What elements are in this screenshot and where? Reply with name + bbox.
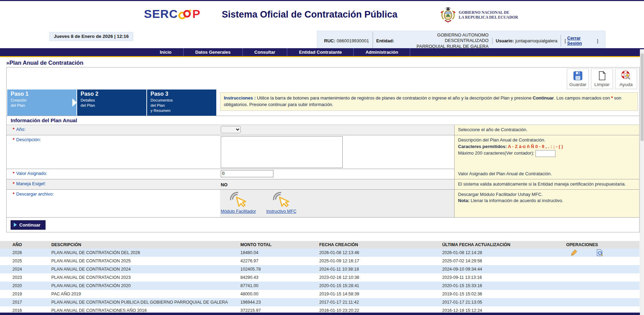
- table-row: 2023 PLAN ANUAL DE CONTRATACION 2023 842…: [0, 273, 640, 282]
- table-row: 2026 PLAN ANUAL DE CONTRATACIÓN DEL 2026…: [0, 249, 640, 257]
- government-brand: GOBIERNO NACIONAL DE LA REPUBLICA DEL EC…: [440, 6, 518, 24]
- form-section-title: Información del Plan Anual: [7, 116, 639, 125]
- cell-year: 2026: [12, 250, 51, 255]
- sercop-logo-rings-icon: [178, 10, 192, 20]
- col-header-anio: AÑO: [12, 242, 51, 247]
- sercop-logo-text-2: P: [192, 7, 200, 21]
- cell-created: 2026-01-08 12:13:46: [319, 250, 442, 255]
- col-header-operaciones: OPERACIONES: [566, 242, 640, 247]
- table-row: 2020 PLAN ANUAL DE CONTRATACIÓN 2020 877…: [0, 282, 640, 290]
- toolbar: Guardar Limpiar Ayuda: [567, 69, 637, 89]
- descripcion-textarea[interactable]: [221, 136, 343, 168]
- system-title: Sistema Oficial de Contratación Pública: [222, 9, 397, 20]
- col-header-monto: MONTO TOTAL: [240, 242, 319, 247]
- sercop-logo: SERC P: [144, 7, 200, 21]
- cell-updated: 2025-07-02 14:29:56: [442, 259, 566, 263]
- nav-item[interactable]: Administración: [354, 48, 410, 56]
- cell-year: 2020: [12, 283, 51, 288]
- main-nav: Inicio Datos Generales Consultar Entidad…: [0, 48, 644, 57]
- cell-updated: 2016-12-18 15:12:24: [442, 308, 566, 313]
- clear-button[interactable]: Limpiar: [591, 69, 613, 89]
- esigef-help: El sistema valida automáticamente si la …: [454, 179, 639, 189]
- cell-year: 2016: [12, 308, 51, 313]
- table-row: 2019 PAC AÑO 2019 48000.00 2019-01-15 14…: [0, 290, 640, 298]
- plans-table-header: AÑO DESCRIPCIÓN MONTO TOTAL FECHA CREACI…: [0, 241, 640, 249]
- cell-created: 2019-01-15 14:58:39: [319, 292, 442, 296]
- anio-label: Año:: [16, 127, 25, 132]
- page-scrollbar: [640, 49, 644, 315]
- cell-updated: 2026-01-08 12:14:28: [442, 250, 566, 255]
- esigef-label: Maneja Esigef:: [16, 181, 46, 186]
- sercop-logo-text-1: SERC: [144, 7, 178, 21]
- cell-updated: 2024-09-10 09:34:44: [442, 267, 566, 272]
- col-header-ultima-actualizacion: ÚLTIMA FECHA ACTUALIZACIÓN: [442, 242, 566, 247]
- cell-description: PLAN ANUAL DE CONTRATACIONES AÑO 2016: [51, 308, 240, 313]
- cell-created: 2017-01-17 21:11:42: [319, 300, 442, 305]
- main-nav-list: Inicio Datos Generales Consultar Entidad…: [0, 48, 644, 56]
- page-title: »Plan Anual de Contratación: [6, 60, 83, 66]
- step-1-tab[interactable]: Paso 1 Creación del Plan: [7, 90, 76, 116]
- continue-button[interactable]: Continuar: [11, 220, 45, 230]
- table-row: 2017 PLAN ANUAL DE CONTRATACION PUBLICA …: [0, 298, 640, 306]
- descargar-label: Descargar archivo:: [16, 191, 54, 197]
- cell-amount: 196944.23: [240, 300, 319, 305]
- datetime-display: Jueves 8 de Enero de 2026 | 12:16: [49, 32, 133, 41]
- cell-description: PLAN ANUAL DE CONTRATACION 2023: [51, 275, 240, 280]
- descargar-help: Descargar Módulo Facilitador Ushay MFC. …: [454, 190, 639, 217]
- cell-amount: 18480.04: [240, 250, 319, 255]
- cell-updated: 2020-01-15 15:33:16: [442, 283, 566, 288]
- cell-created: 2016-01-10 23:20:22: [319, 308, 442, 313]
- cell-updated: 2019-01-15 15:02:36: [442, 292, 566, 296]
- cell-updated: 2023-09-11 13:13:16: [442, 275, 566, 280]
- ecuador-coat-of-arms-icon: [440, 6, 456, 24]
- descripcion-label: Descripción:: [16, 137, 41, 142]
- step-3-tab[interactable]: Paso 3 Documentos del Plan y Resumen: [147, 90, 216, 116]
- scrollbar-thumb[interactable]: [641, 53, 644, 141]
- view-document-icon[interactable]: [596, 249, 603, 256]
- edit-pencil-icon[interactable]: [570, 249, 578, 256]
- nav-item[interactable]: Datos Generales: [184, 48, 243, 56]
- click-download-icon: [272, 191, 291, 209]
- government-text: GOBIERNO NACIONAL DE LA REPUBLICA DEL EC…: [459, 10, 518, 20]
- step-2-tab[interactable]: Paso 2 Detalles del Plan: [77, 90, 146, 116]
- descripcion-help: Descripción del Plan Anual de Contrataci…: [454, 135, 639, 170]
- nav-item[interactable]: Entidad Contratante: [287, 48, 354, 56]
- table-row: 2025 PLAN ANUAL DE CONTRATACION 2025 422…: [0, 257, 640, 265]
- cell-description: PLAN ANUAL DE CONTRATACION PUBLICA DEL G…: [51, 300, 240, 305]
- floppy-disk-icon: [573, 71, 583, 81]
- plan-form: Información del Plan Anual *Año: Selecci…: [7, 116, 639, 233]
- cell-year: 2023: [12, 275, 51, 280]
- form-row-descargar: *Descargar archivo: Módulo Faci: [7, 190, 639, 218]
- col-header-descripcion: DESCRIPCIÓN: [51, 242, 240, 247]
- instructivo-mfc-download[interactable]: Instructivo MFC: [266, 191, 297, 216]
- step-arrow-icon: [72, 98, 77, 107]
- save-button[interactable]: Guardar: [567, 69, 589, 89]
- wizard-steps: Paso 1 Creación del Plan Paso 2 Detalles…: [7, 90, 216, 116]
- valor-input[interactable]: [221, 170, 273, 177]
- cell-amount: 42276.97: [240, 259, 319, 263]
- cell-year: 2025: [12, 259, 51, 263]
- anio-select[interactable]: [221, 126, 241, 133]
- logout-link[interactable]: Cerrar Sesión: [567, 35, 595, 46]
- cell-year: 2024: [12, 267, 51, 272]
- modulo-facilitador-download[interactable]: Módulo Facilitador: [221, 191, 256, 216]
- cell-created: 2025-01-09 12:16:17: [319, 259, 442, 263]
- continue-row: Continuar: [7, 218, 639, 233]
- session-bar: RUC:0860019930001 Entidad: GOBIERNO AUTO…: [317, 31, 605, 51]
- cell-description: PLAN ANUAL DE CONTRATACIÓN DEL 2026: [51, 250, 240, 255]
- nav-item[interactable]: Consultar: [243, 48, 288, 56]
- help-button[interactable]: Ayuda: [615, 69, 637, 89]
- cell-description: PLAN ANUAL DE CONTRATACION 2024: [51, 267, 240, 272]
- cell-description: PLAN ANUAL DE CONTRATACIÓN 2020: [51, 283, 240, 288]
- cell-created: 2023-02-16 12:10:38: [319, 275, 442, 280]
- form-row-valor: *Valor Asignado: Valor Asignado del Plan…: [7, 169, 639, 179]
- nav-item[interactable]: Inicio: [148, 48, 184, 56]
- cell-operations: [566, 249, 640, 256]
- lifebuoy-help-icon: [621, 71, 631, 81]
- cell-created: 2024-01-11 10:38:18: [319, 267, 442, 272]
- cell-amount: 48000.00: [240, 292, 319, 296]
- table-row: 2024 PLAN ANUAL DE CONTRATACION 2024 102…: [0, 265, 640, 273]
- cell-amount: 372215.97: [240, 308, 319, 313]
- counter-input[interactable]: [536, 150, 555, 157]
- instructions-box: Instrucciones : Utilice la barra de boto…: [220, 92, 638, 111]
